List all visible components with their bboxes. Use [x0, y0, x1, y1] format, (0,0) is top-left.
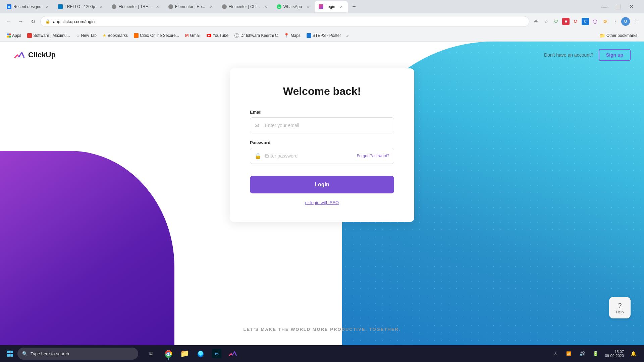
add-to-address-icon[interactable]: ⊕	[532, 17, 540, 25]
other-bookmarks-label: Other bookmarks	[606, 33, 637, 38]
steps-icon	[307, 33, 311, 38]
svg-point-4	[198, 351, 203, 356]
taskbar-clickup-app[interactable]	[225, 346, 240, 361]
newtab-icon: ☆	[76, 33, 80, 38]
email-input-wrapper: ✉	[250, 117, 394, 133]
tab-favicon-trello	[58, 4, 63, 9]
extensions-button[interactable]: ⋮	[611, 17, 619, 25]
password-input-wrapper: 🔒 Forgot Password?	[250, 148, 394, 164]
bookmark-software-label: Software | Maximu...	[33, 33, 70, 38]
password-form-group: Password 🔒 Forgot Password?	[250, 140, 394, 164]
bookmark-youtube[interactable]: YouTube	[204, 32, 231, 39]
menu-button[interactable]: ⋮	[632, 17, 640, 25]
taskbar-edge-app[interactable]	[193, 346, 208, 361]
tab-whatsapp[interactable]: W WhatsApp ×	[273, 1, 315, 12]
tab-close-el2[interactable]: ×	[209, 4, 214, 9]
shield-icon[interactable]: 🛡	[552, 17, 560, 25]
start-button[interactable]	[3, 346, 17, 361]
battery-icon[interactable]: 🔋	[590, 348, 601, 359]
bookmark-star-icon[interactable]: ☆	[542, 17, 550, 25]
bookmark-maps-label: Maps	[290, 33, 300, 38]
bookmark-bookmarks[interactable]: ★ Bookmarks	[100, 32, 130, 39]
system-clock[interactable]: 15:07 09-09-2020	[604, 350, 625, 358]
help-button[interactable]: ? Help	[609, 297, 631, 318]
maximize-button[interactable]: ⬜	[613, 2, 623, 11]
tab-elementor2[interactable]: Elementor | Ho... ×	[164, 1, 218, 12]
bookmark-citrix-label: Citrix Online Secure...	[140, 33, 179, 38]
notification-button[interactable]: 🔔	[628, 348, 639, 359]
gmail-ext-icon[interactable]: M	[572, 17, 580, 25]
bookmark-apps[interactable]: Apps	[4, 32, 24, 39]
network-icon[interactable]: 📶	[564, 348, 574, 359]
edge-app-icon	[196, 349, 205, 358]
tab-elementor1[interactable]: Elementor | TRE... ×	[108, 1, 164, 12]
signup-button[interactable]: Sign up	[599, 49, 631, 61]
logo-area[interactable]: ClickUp	[13, 49, 56, 61]
taskbar-files-app[interactable]: 📁	[177, 346, 192, 361]
tab-close-el1[interactable]: ×	[155, 4, 160, 9]
tab-favicon-el1	[112, 4, 116, 9]
bookmark-newtab-label: New Tab	[81, 33, 97, 38]
email-icon: ✉	[255, 122, 259, 129]
tab-close-trello[interactable]: ×	[98, 4, 104, 9]
tray-up-arrow-icon[interactable]: ∧	[550, 348, 561, 359]
tab-recent-designs[interactable]: R Recent designs ×	[3, 1, 54, 12]
reload-button[interactable]: ↻	[28, 17, 38, 26]
taskbar-search[interactable]: 🔍 Type here to search	[17, 348, 138, 360]
tab-favicon-recent: R	[7, 4, 11, 9]
address-input-bar[interactable]: 🔒 app.clickup.com/login	[40, 16, 529, 27]
chrome-app-icon	[164, 349, 173, 358]
forward-button[interactable]: →	[16, 17, 25, 26]
taskbar-photoshop-app[interactable]: Ps	[209, 346, 224, 361]
tab-close-recent[interactable]: ×	[45, 4, 50, 9]
bookmark-dr[interactable]: C Dr Ishwara Keerthi C	[232, 32, 280, 39]
gmail-icon: M	[185, 33, 189, 38]
ext-icon-1[interactable]: C	[582, 18, 589, 25]
clock-time: 15:07	[614, 350, 624, 354]
tab-trello[interactable]: TRELLO - 1200p ×	[54, 1, 108, 12]
taskbar-chrome-app[interactable]	[161, 346, 176, 361]
bookmark-maps[interactable]: 📍 Maps	[281, 32, 303, 39]
sso-link[interactable]: or login with SSO	[250, 200, 394, 205]
speaker-icon[interactable]: 🔊	[577, 348, 588, 359]
lock-icon: 🔒	[45, 19, 50, 24]
task-view-button[interactable]: ⧉	[144, 346, 158, 361]
bookmark-apps-label: Apps	[12, 33, 21, 38]
apps-grid-icon	[7, 34, 11, 38]
other-bookmarks-button[interactable]: 📁 Other bookmarks	[597, 32, 640, 40]
photoshop-icon: Ps	[212, 349, 221, 358]
tab-close-wa[interactable]: ×	[305, 4, 311, 9]
bookmark-newtab[interactable]: ☆ New Tab	[73, 32, 99, 39]
login-button[interactable]: Login	[250, 176, 394, 193]
email-input[interactable]	[250, 117, 394, 133]
minimize-button[interactable]: —	[600, 2, 609, 11]
bookmark-gmail[interactable]: M Gmail	[182, 32, 203, 39]
back-button[interactable]: ←	[4, 17, 13, 26]
bookmark-citrix[interactable]: Citrix Online Secure...	[131, 32, 182, 39]
tab-login[interactable]: Login ×	[315, 1, 348, 12]
bookmarks-more-button[interactable]: »	[345, 32, 350, 39]
ext-icon-3[interactable]: ⚙	[601, 17, 609, 25]
new-tab-button[interactable]: +	[349, 2, 359, 11]
help-label: Help	[616, 310, 624, 314]
profile-avatar[interactable]: U	[621, 17, 630, 26]
address-bar-icons: ⊕ ☆ 🛡 ■ M C ⬡ ⚙ ⋮ U ⋮	[532, 17, 640, 26]
tab-title-trello: TRELLO - 1200p	[65, 4, 95, 9]
folder-icon: 📁	[599, 33, 605, 38]
logo-text: ClickUp	[28, 51, 56, 59]
tab-favicon-el2	[168, 4, 173, 9]
tab-elementor3[interactable]: Elementor | CLI... ×	[218, 1, 273, 12]
tab-close-el3[interactable]: ×	[263, 4, 269, 9]
svg-point-2	[167, 353, 169, 355]
page-header: ClickUp Don't have an account? Sign up	[0, 42, 644, 68]
tab-close-login[interactable]: ×	[338, 4, 344, 9]
save-icon[interactable]: ■	[562, 18, 570, 25]
bookmark-steps[interactable]: STEPS - Poster	[304, 32, 344, 39]
welcome-title: Welcome back!	[250, 85, 394, 98]
forgot-password-link[interactable]: Forgot Password?	[357, 154, 389, 158]
bookmark-software[interactable]: Software | Maximu...	[24, 32, 72, 39]
close-button[interactable]: ✕	[627, 2, 636, 11]
tab-title-wa: WhatsApp	[283, 4, 302, 9]
ext-icon-2[interactable]: ⬡	[591, 17, 599, 25]
search-placeholder: Type here to search	[31, 351, 69, 356]
